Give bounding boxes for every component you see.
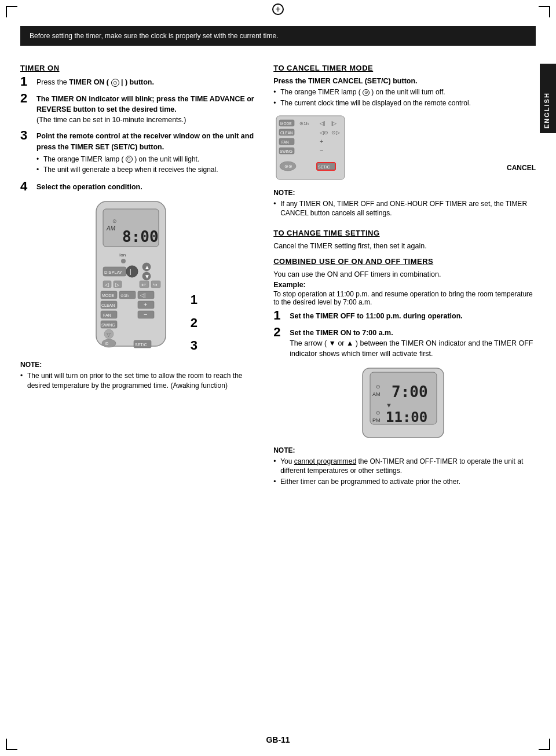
- right-note2-title: NOTE:: [273, 446, 536, 454]
- svg-text:▲: ▲: [144, 264, 150, 270]
- step-1-number: 1: [20, 75, 33, 88]
- step-4-content: Select the operation condition.: [36, 182, 256, 192]
- svg-text:SWING: SWING: [101, 323, 115, 327]
- change-title: TO CHANGE TIME SETTING: [273, 229, 536, 237]
- svg-text:CLEAN: CLEAN: [280, 131, 293, 135]
- remote-step-label-2: 2: [191, 311, 197, 335]
- main-content: TIMER ON 1 Press the TIMER ON ( ⊙ | ) bu…: [20, 64, 536, 727]
- remote-step-label-3: 3: [191, 334, 197, 357]
- svg-text:−: −: [320, 147, 323, 154]
- remote-step-label-1: 1: [191, 288, 197, 311]
- header-text: Before setting the timer, make sure the …: [30, 32, 279, 40]
- timer-on-title: TIMER ON: [20, 64, 256, 72]
- svg-text:⊙: ⊙: [112, 218, 117, 224]
- svg-text:◁|: ◁|: [320, 120, 325, 126]
- step-2-content: The TIMER ON indicator will blink; press…: [36, 94, 256, 125]
- step3-bullet-1: The orange TIMER lamp ( ⊙ ) on the unit …: [36, 155, 256, 164]
- note2-bullet-2: Either timer can be programmed to activa…: [273, 477, 536, 487]
- combined-title: COMBINED USE OF ON AND OFF TIMERS: [273, 257, 536, 266]
- svg-text:↪: ↪: [153, 282, 158, 288]
- svg-text:↩: ↩: [141, 282, 146, 288]
- svg-text:▷: ▷: [115, 282, 119, 288]
- svg-text:◁|: ◁|: [140, 292, 145, 298]
- svg-text:−: −: [144, 311, 147, 318]
- corner-mark-tl: [6, 6, 20, 20]
- svg-point-6: [121, 259, 126, 263]
- combined-remote-svg: ⊙ AM 7:00 ▼ ⊙ PM 11:00: [360, 365, 449, 441]
- left-note: NOTE: The unit will turn on prior to the…: [20, 361, 256, 391]
- corner-mark-br: [536, 736, 550, 750]
- svg-text:MODE: MODE: [280, 122, 292, 126]
- example-label: Example:: [273, 281, 536, 289]
- svg-text:⊙▷: ⊙▷: [331, 130, 340, 135]
- cancel-intro: Press the TIMER CANCEL (SET/C) button.: [273, 77, 536, 85]
- svg-text:⊙: ⊙: [376, 384, 381, 390]
- step-2-number: 2: [20, 92, 33, 105]
- english-sidebar: ENGLISH: [540, 64, 556, 133]
- svg-point-9: [126, 266, 138, 277]
- step-2: 2 The TIMER ON indicator will blink; pre…: [20, 94, 256, 125]
- svg-text:▼: ▼: [386, 402, 392, 409]
- svg-text:SET/C: SET/C: [135, 343, 147, 347]
- svg-text:SWING: SWING: [280, 149, 292, 153]
- page-number: GB-11: [266, 735, 290, 744]
- cancel-bullet-1: The orange TIMER lamp ( ⊙ ) on the unit …: [273, 87, 536, 97]
- combined-step-2: 2 Set the TIMER ON to 7:00 a.m. The arro…: [273, 328, 536, 359]
- combined-step-1-content: Set the TIMER OFF to 11:00 p.m. during o…: [290, 311, 536, 321]
- step-4-number: 4: [20, 180, 33, 193]
- svg-text:DISPLAY: DISPLAY: [104, 270, 122, 275]
- note2-bullet-1: You cannot programmed the ON-TIMER and O…: [273, 457, 536, 476]
- combined-step-1-number: 1: [273, 309, 286, 322]
- cancel-bullet-2: The current clock time will be displayed…: [273, 98, 536, 108]
- cancel-bullets: The orange TIMER lamp ( ⊙ ) on the unit …: [273, 87, 536, 108]
- example-text: To stop operation at 11:00 p.m. and resu…: [273, 290, 536, 306]
- step-3-number: 3: [20, 129, 33, 142]
- cancel-title: TO CANCEL TIMER MODE: [273, 64, 536, 72]
- step-4: 4 Select the operation condition.: [20, 182, 256, 193]
- svg-text:8:00: 8:00: [122, 228, 159, 245]
- svg-text:Ion: Ion: [119, 252, 126, 258]
- left-column: TIMER ON 1 Press the TIMER ON ( ⊙ | ) bu…: [20, 64, 268, 727]
- svg-text:FAN: FAN: [281, 140, 289, 144]
- svg-text:⊙: ⊙: [376, 410, 381, 416]
- right-column: TO CANCEL TIMER MODE Press the TIMER CAN…: [268, 64, 536, 727]
- combined-intro: You can use the ON and OFF timers in com…: [273, 270, 536, 278]
- svg-text:MODE: MODE: [102, 293, 114, 298]
- combined-step-2-number: 2: [273, 326, 286, 339]
- svg-text:◁⊙: ◁⊙: [320, 130, 328, 135]
- combined-step-1: 1 Set the TIMER OFF to 11:00 p.m. during…: [273, 311, 536, 322]
- svg-text:|▷: |▷: [331, 120, 336, 126]
- svg-text:▼: ▼: [144, 273, 150, 280]
- left-note-bullet-1: The unit will turn on prior to the set t…: [20, 371, 256, 391]
- svg-text:7:00: 7:00: [392, 383, 428, 401]
- step-1-content: Press the TIMER ON ( ⊙ | ) button.: [36, 77, 256, 87]
- svg-text:+: +: [144, 301, 147, 308]
- header-bar: Before setting the timer, make sure the …: [20, 26, 536, 46]
- svg-text:◁: ◁: [105, 282, 109, 288]
- step-1: 1 Press the TIMER ON ( ⊙ | ) button.: [20, 77, 256, 88]
- svg-text:FAN: FAN: [103, 313, 111, 317]
- step-3-content: Point the remote control at the receiver…: [36, 131, 256, 176]
- cancel-note-title: NOTE:: [273, 189, 536, 197]
- svg-text:AM: AM: [106, 225, 116, 232]
- svg-text:⊙⊙: ⊙⊙: [284, 164, 292, 169]
- svg-point-41: [102, 339, 116, 347]
- registration-circle-top: [272, 3, 284, 15]
- change-text: Cancel the TIMER setting first, then set…: [273, 242, 536, 250]
- remote-image-area: ⊙ AM 8:00 Ion DISPLAY | ▲ ▼: [20, 199, 256, 355]
- cancel-label: CANCEL: [507, 164, 536, 172]
- svg-text:SET/C: SET/C: [318, 165, 330, 169]
- cancel-remote-svg: MODE ⊙1h ◁| |▷ CLEAN ◁⊙ ⊙▷ FAN + SWING −: [273, 113, 349, 182]
- svg-text:PM: PM: [372, 417, 381, 423]
- remote-control-svg: ⊙ AM 8:00 Ion DISPLAY | ▲ ▼: [90, 199, 186, 355]
- cancel-remote-area: MODE ⊙1h ◁| |▷ CLEAN ◁⊙ ⊙▷ FAN + SWING −: [273, 113, 536, 184]
- combined-remote-area: ⊙ AM 7:00 ▼ ⊙ PM 11:00: [273, 365, 536, 441]
- combined-step-2-content: Set the TIMER ON to 7:00 a.m. The arrow …: [290, 328, 536, 359]
- svg-text:+: +: [320, 138, 323, 145]
- cancel-note: NOTE: If any TIMER ON, TIMER OFF and ONE…: [273, 189, 536, 219]
- cancel-note-bullet-1: If any TIMER ON, TIMER OFF and ONE-HOUR …: [273, 199, 536, 219]
- right-note2: NOTE: You cannot programmed the ON-TIMER…: [273, 446, 536, 487]
- svg-text:|: |: [130, 269, 131, 275]
- svg-text:11:00: 11:00: [386, 409, 427, 425]
- step3-bullet-2: The unit will generate a beep when it re…: [36, 165, 256, 175]
